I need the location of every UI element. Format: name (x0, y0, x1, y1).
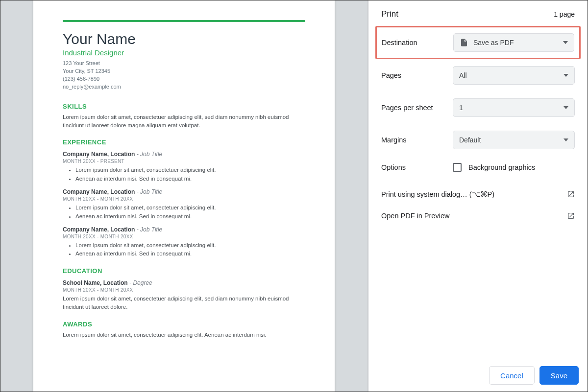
exp-title: Job Title (140, 151, 162, 158)
preview-page: Your Name Industrial Designer 123 Your S… (33, 0, 335, 392)
exp-dates: MONTH 20XX - MONTH 20XX (63, 196, 305, 202)
options-label: Options (381, 163, 453, 171)
pages-per-sheet-row: Pages per sheet 1 (375, 92, 581, 124)
margins-value: Default (459, 136, 481, 144)
awards-heading: AWARDS (63, 321, 305, 328)
print-settings-panel: Print 1 page Destination Save as PDF (368, 0, 588, 392)
open-in-preview-label: Open PDF in Preview (381, 212, 449, 220)
chevron-down-icon (564, 138, 568, 142)
exp-dates: MONTH 20XX - MONTH 20XX (63, 234, 305, 239)
exp-bullet: Aenean ac interdum nisi. Sed in consequa… (75, 250, 305, 258)
chevron-down-icon (563, 40, 568, 45)
edu-degree: Degree (133, 279, 152, 286)
edu-text: Lorem ipsum dolor sit amet, consectetuer… (63, 295, 305, 312)
awards-text: Lorem ipsum dolor sit amet, consectetuer… (63, 331, 305, 339)
experience-entry: Company Name, Location - Job Title MONTH… (63, 188, 305, 221)
file-icon (460, 38, 468, 47)
exp-title: Job Title (140, 226, 162, 233)
print-preview-pane: Your Name Industrial Designer 123 Your S… (0, 0, 368, 392)
open-in-preview-link[interactable]: Open PDF in Preview (381, 205, 575, 227)
background-graphics-checkbox[interactable] (453, 163, 462, 172)
experience-entry: Company Name, Location - Job Title MONTH… (63, 226, 305, 259)
edu-dates: MONTH 20XX - MONTH 20XX (63, 287, 305, 293)
destination-select[interactable]: Save as PDF (453, 33, 574, 52)
exp-title: Job Title (140, 188, 162, 195)
exp-company: Company Name, Location (63, 151, 135, 158)
destination-row: Destination Save as PDF (375, 26, 581, 59)
exp-dates: MONTH 20XX - PRESENT (63, 159, 305, 164)
contact-block: 123 Your Street Your City, ST 12345 (123… (63, 60, 305, 91)
destination-label: Destination (382, 39, 453, 46)
experience-heading: EXPERIENCE (63, 138, 305, 146)
contact-phone: (123) 456-7890 (63, 75, 305, 83)
exp-bullet: Aenean ac interdum nisi. Sed in consequa… (75, 212, 305, 221)
system-dialog-label: Print using system dialog… (⌥⌘P) (381, 190, 494, 198)
margins-select[interactable]: Default (453, 131, 575, 149)
open-external-icon (567, 212, 575, 220)
exp-bullet: Lorem ipsum dolor sit amet, consectetuer… (75, 166, 305, 175)
edu-school: School Name, Location (63, 279, 128, 286)
exp-bullet: Lorem ipsum dolor sit amet, consectetuer… (75, 241, 305, 250)
background-graphics-label: Background graphics (468, 163, 535, 171)
contact-city: Your City, ST 12345 (63, 68, 305, 75)
pages-per-sheet-label: Pages per sheet (381, 104, 453, 112)
resume-name: Your Name (63, 31, 305, 47)
page-count: 1 page (554, 10, 575, 18)
skills-text: Lorem ipsum dolor sit amet, consectetuer… (63, 113, 305, 130)
pages-per-sheet-select[interactable]: 1 (453, 98, 575, 117)
exp-bullet: Aenean ac interdum nisi. Sed in consequa… (75, 175, 305, 184)
pages-select[interactable]: All (453, 66, 575, 85)
pages-value: All (459, 71, 467, 79)
panel-title: Print (381, 9, 398, 19)
contact-email: no_reply@example.com (63, 83, 305, 91)
skills-heading: SKILLS (63, 103, 305, 110)
destination-value: Save as PDF (473, 39, 514, 46)
cancel-button[interactable]: Cancel (489, 366, 535, 385)
contact-street: 123 Your Street (63, 60, 305, 68)
pages-per-sheet-value: 1 (459, 104, 463, 112)
resume-role: Industrial Designer (63, 48, 305, 57)
chevron-down-icon (564, 73, 568, 78)
accent-rule (63, 20, 305, 22)
experience-entry: Company Name, Location - Job Title MONTH… (63, 151, 305, 184)
chevron-down-icon (564, 105, 568, 110)
options-row: Options Background graphics (375, 156, 581, 179)
margins-row: Margins Default (375, 124, 581, 156)
save-button[interactable]: Save (539, 366, 579, 385)
open-external-icon (567, 190, 575, 198)
pages-label: Pages (381, 71, 453, 79)
margins-label: Margins (381, 136, 453, 144)
exp-company: Company Name, Location (63, 226, 135, 233)
education-heading: EDUCATION (63, 267, 305, 275)
exp-company: Company Name, Location (63, 188, 135, 195)
exp-bullet: Lorem ipsum dolor sit amet, consectetuer… (75, 204, 305, 212)
system-dialog-link[interactable]: Print using system dialog… (⌥⌘P) (381, 184, 575, 205)
pages-row: Pages All (375, 59, 581, 92)
